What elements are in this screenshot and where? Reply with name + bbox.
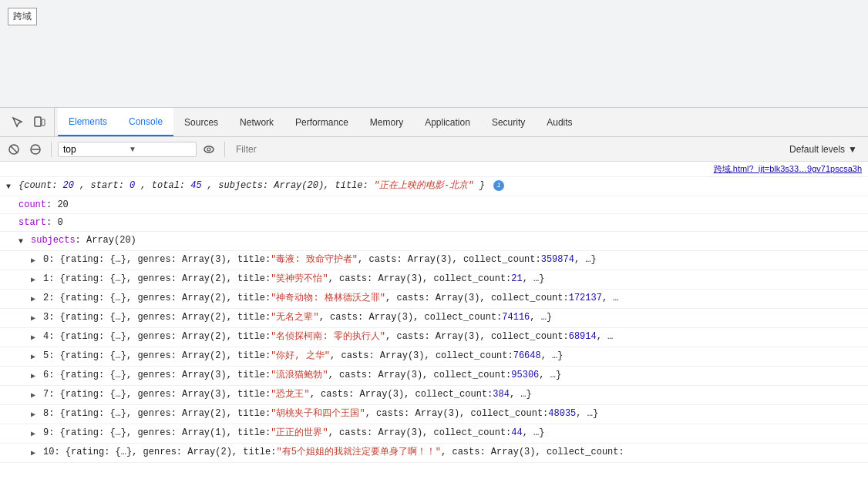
item-3-toggle[interactable]: ▶ — [31, 312, 40, 326]
console-item-2[interactable]: ▶ 2: {rating: {…}, genres: Array(2), tit… — [0, 290, 868, 309]
item-6-toggle[interactable]: ▶ — [31, 370, 40, 384]
block-requests-icon[interactable] — [26, 140, 45, 159]
console-count-line: count : 20 — [0, 196, 868, 214]
item-0-toggle[interactable]: ▶ — [31, 254, 40, 268]
console-item-4[interactable]: ▶ 4: {rating: {…}, genres: Array(2), tit… — [0, 328, 868, 347]
toolbar-separator-1 — [51, 142, 52, 157]
tab-performance[interactable]: Performance — [284, 108, 359, 136]
tab-sources[interactable]: Sources — [173, 108, 229, 136]
info-icon[interactable]: i — [493, 180, 504, 191]
svg-rect-0 — [35, 117, 41, 126]
console-item-8[interactable]: ▶ 8: {rating: {…}, genres: Array(2), tit… — [0, 405, 868, 424]
tab-network[interactable]: Network — [229, 108, 284, 136]
console-item-3[interactable]: ▶ 3: {rating: {…}, genres: Array(2), tit… — [0, 309, 868, 328]
console-item-5[interactable]: ▶ 5: {rating: {…}, genres: Array(2), tit… — [0, 347, 868, 367]
console-item-9[interactable]: ▶ 9: {rating: {…}, genres: Array(1), tit… — [0, 424, 868, 444]
root-toggle-arrow[interactable]: ▼ — [6, 180, 15, 194]
eye-icon[interactable] — [200, 140, 218, 159]
svg-point-7 — [207, 148, 210, 151]
domain-badge: 跨域 — [8, 8, 37, 25]
subjects-toggle-arrow[interactable]: ▼ — [19, 235, 28, 249]
tab-bar: Elements Console Sources Network Perform… — [0, 108, 868, 137]
console-output: ▼ {count: 20 , start: 0 , total: 45 , su… — [0, 177, 868, 479]
clear-console-icon[interactable] — [5, 140, 23, 159]
select-element-icon[interactable] — [9, 114, 26, 131]
item-1-toggle[interactable]: ▶ — [31, 273, 40, 287]
console-item-6[interactable]: ▶ 6: {rating: {…}, genres: Array(3), tit… — [0, 367, 868, 386]
console-start-line: start : 0 — [0, 214, 868, 232]
toolbar-separator-2 — [224, 142, 225, 157]
item-4-toggle[interactable]: ▶ — [31, 331, 40, 345]
context-arrow-icon: ▼ — [129, 145, 191, 153]
tab-application[interactable]: Application — [414, 108, 481, 136]
source-reference[interactable]: 跨域.html?_ijt=blk3s33…9gv71pscsa3h — [0, 162, 868, 177]
svg-point-6 — [204, 146, 214, 152]
tab-security[interactable]: Security — [481, 108, 536, 136]
console-item-1[interactable]: ▶ 1: {rating: {…}, genres: Array(2), tit… — [0, 270, 868, 290]
console-item-10[interactable]: ▶ 10: {rating: {…}, genres: Array(2), ti… — [0, 444, 868, 463]
filter-input[interactable] — [231, 142, 780, 156]
tab-console[interactable]: Console — [118, 108, 173, 136]
console-toolbar: top ▼ Default levels ▼ — [0, 137, 868, 162]
console-item-0[interactable]: ▶ 0: {rating: {…}, genres: Array(3), tit… — [0, 251, 868, 270]
console-item-7[interactable]: ▶ 7: {rating: {…}, genres: Array(3), tit… — [0, 386, 868, 405]
item-5-toggle[interactable]: ▶ — [31, 350, 40, 364]
devtools-panel: Elements Console Sources Network Perform… — [0, 108, 868, 479]
item-7-toggle[interactable]: ▶ — [31, 389, 40, 403]
console-subjects-line[interactable]: ▼ subjects : Array(20) — [0, 232, 868, 251]
levels-arrow-icon: ▼ — [848, 144, 857, 155]
default-levels-selector[interactable]: Default levels ▼ — [783, 144, 863, 155]
tab-elements[interactable]: Elements — [58, 108, 118, 136]
browser-top-area: 跨域 — [0, 0, 868, 108]
svg-rect-1 — [42, 119, 45, 126]
device-toolbar-icon[interactable] — [31, 114, 48, 131]
context-selector[interactable]: top ▼ — [58, 142, 197, 157]
tab-memory[interactable]: Memory — [359, 108, 414, 136]
console-root-line[interactable]: ▼ {count: 20 , start: 0 , total: 45 , su… — [0, 177, 868, 196]
svg-line-3 — [11, 146, 17, 152]
item-9-toggle[interactable]: ▶ — [31, 427, 40, 441]
item-8-toggle[interactable]: ▶ — [31, 408, 40, 422]
item-2-toggle[interactable]: ▶ — [31, 293, 40, 306]
tab-audits[interactable]: Audits — [536, 108, 583, 136]
item-10-toggle[interactable]: ▶ — [31, 447, 40, 461]
tab-icons — [3, 108, 55, 136]
